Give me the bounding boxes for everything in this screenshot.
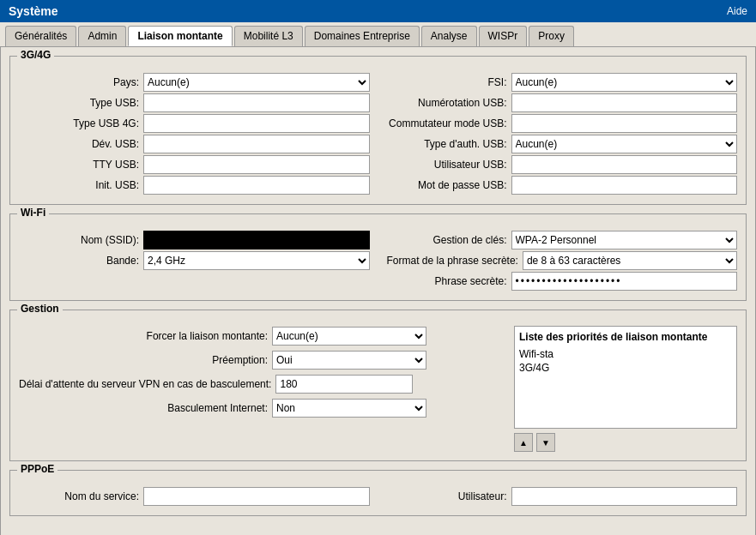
main-content: 3G/4G Pays: Aucun(e) Type USB: Type USB …	[0, 47, 756, 535]
mot-de-passe-input[interactable]	[511, 176, 738, 195]
tab-wispr[interactable]: WISPr	[479, 26, 528, 46]
utilisateur-pppoe-label: Utilisateur:	[387, 490, 507, 502]
priority-up-button[interactable]: ▲	[514, 433, 533, 452]
tab-liaison-montante[interactable]: Liaison montante	[128, 26, 232, 46]
numerotation-input[interactable]	[511, 93, 738, 112]
bande-select[interactable]: 2,4 GHz	[143, 251, 370, 270]
gestion-section: Gestion Forcer la liaison montante: Aucu…	[9, 310, 747, 461]
forcer-row: Forcer la liaison montante: Aucun(e)	[19, 326, 505, 346]
3g4g-title: 3G/4G	[17, 49, 54, 61]
fsi-select[interactable]: Aucun(e)	[511, 73, 738, 92]
preemption-label: Préemption:	[19, 354, 268, 366]
preemption-row: Préemption: Oui	[19, 350, 505, 370]
type-auth-row: Type d'auth. USB: Aucun(e)	[387, 134, 738, 154]
tty-usb-label: TTY USB:	[19, 159, 139, 171]
phrase-secrete-input[interactable]	[511, 272, 738, 291]
init-usb-input[interactable]	[143, 176, 370, 195]
type-usb-4g-label: Type USB 4G:	[19, 117, 139, 129]
pppoe-title: PPPoE	[17, 463, 57, 475]
priority-list-container: Liste des priorités de liaison montante …	[514, 326, 737, 452]
delai-input[interactable]	[275, 375, 413, 394]
utilisateur-pppoe-row: Utilisateur:	[387, 486, 738, 507]
fsi-row: FSI: Aucun(e)	[387, 72, 738, 93]
numerotation-label: Numérotation USB:	[387, 97, 507, 109]
format-phrase-select[interactable]: de 8 à 63 caractères	[523, 251, 737, 270]
tab-generalites[interactable]: Généralités	[5, 26, 76, 46]
dev-usb-row: Dév. USB:	[19, 134, 370, 154]
tab-proxy[interactable]: Proxy	[529, 26, 574, 46]
format-phrase-row: Format de la phrase secrète: de 8 à 63 c…	[387, 250, 738, 271]
tab-domaines-entreprise[interactable]: Domaines Entreprise	[305, 26, 420, 46]
phrase-secrete-label: Phrase secrète:	[387, 275, 507, 287]
mot-de-passe-row: Mot de passe USB:	[387, 175, 738, 195]
priority-item-0[interactable]: Wifi-sta	[519, 347, 732, 361]
wifi-section: Wi-Fi Nom (SSID): Bande: 2,4 GHz Gestion	[9, 213, 747, 301]
tty-usb-row: TTY USB:	[19, 154, 370, 175]
priority-down-button[interactable]: ▼	[536, 433, 555, 452]
init-usb-row: Init. USB:	[19, 175, 370, 195]
preemption-select[interactable]: Oui	[272, 351, 426, 370]
init-usb-label: Init. USB:	[19, 179, 139, 191]
nom-service-input[interactable]	[143, 487, 370, 506]
nom-service-label: Nom du service:	[19, 490, 139, 502]
priority-buttons: ▲ ▼	[514, 433, 737, 452]
type-auth-select[interactable]: Aucun(e)	[511, 135, 738, 153]
priority-item-1[interactable]: 3G/4G	[519, 361, 732, 375]
numerotation-row: Numérotation USB:	[387, 93, 738, 113]
commutateur-row: Commutateur mode USB:	[387, 113, 738, 134]
pays-row: Pays: Aucun(e)	[19, 72, 370, 93]
bande-row: Bande: 2,4 GHz	[19, 250, 370, 271]
basculement-label: Basculement Internet:	[19, 402, 268, 414]
type-usb-row: Type USB:	[19, 93, 370, 113]
type-usb-4g-input[interactable]	[143, 114, 370, 133]
type-usb-4g-row: Type USB 4G:	[19, 113, 370, 134]
basculement-row: Basculement Internet: Non	[19, 398, 505, 418]
pays-label: Pays:	[19, 76, 139, 88]
gestion-cles-select[interactable]: WPA-2 Personnel	[511, 231, 738, 249]
mot-de-passe-label: Mot de passe USB:	[387, 179, 507, 191]
fsi-label: FSI:	[387, 76, 507, 88]
gestion-title: Gestion	[17, 303, 63, 315]
dev-usb-label: Dév. USB:	[19, 138, 139, 150]
type-usb-label: Type USB:	[19, 97, 139, 109]
nom-ssid-label: Nom (SSID):	[19, 234, 139, 246]
nom-ssid-row: Nom (SSID):	[19, 230, 370, 250]
gestion-cles-row: Gestion de clés: WPA-2 Personnel	[387, 230, 738, 250]
delai-row: Délai d'attente du serveur VPN en cas de…	[19, 374, 505, 394]
bande-label: Bande:	[19, 255, 139, 267]
utilisateur-usb-row: Utilisateur USB:	[387, 154, 738, 175]
tab-analyse[interactable]: Analyse	[421, 26, 477, 46]
tab-bar: Généralités Admin Liaison montante Mobil…	[0, 22, 756, 47]
nom-service-row: Nom du service:	[19, 486, 370, 507]
delai-label: Délai d'attente du serveur VPN en cas de…	[19, 378, 271, 390]
phrase-secrete-row: Phrase secrète:	[387, 271, 738, 292]
tab-admin[interactable]: Admin	[78, 26, 126, 46]
title-bar: Système Aide	[0, 0, 756, 22]
gestion-left: Forcer la liaison montante: Aucun(e) Pré…	[19, 326, 505, 452]
utilisateur-usb-input[interactable]	[511, 155, 738, 174]
utilisateur-pppoe-input[interactable]	[511, 487, 738, 506]
basculement-select[interactable]: Non	[272, 399, 426, 418]
3g4g-section: 3G/4G Pays: Aucun(e) Type USB: Type USB …	[9, 56, 747, 205]
priority-list-box: Liste des priorités de liaison montante …	[514, 326, 737, 429]
utilisateur-usb-label: Utilisateur USB:	[387, 159, 507, 171]
priority-list-title: Liste des priorités de liaison montante	[519, 331, 732, 343]
gestion-cles-label: Gestion de clés:	[387, 234, 507, 246]
forcer-select[interactable]: Aucun(e)	[272, 327, 426, 346]
forcer-label: Forcer la liaison montante:	[19, 330, 268, 342]
tty-usb-input[interactable]	[143, 155, 370, 174]
type-usb-input[interactable]	[143, 93, 370, 112]
tab-mobilite-l3[interactable]: Mobilité L3	[234, 26, 303, 46]
app-title: Système	[9, 4, 58, 18]
format-phrase-label: Format de la phrase secrète:	[387, 255, 518, 267]
help-link[interactable]: Aide	[727, 5, 747, 17]
pppoe-section: PPPoE Nom du service: Utilisateur:	[9, 470, 747, 516]
wifi-title: Wi-Fi	[17, 207, 49, 219]
commutateur-label: Commutateur mode USB:	[387, 117, 507, 129]
dev-usb-input[interactable]	[143, 135, 370, 153]
pays-select[interactable]: Aucun(e)	[143, 73, 370, 92]
commutateur-input[interactable]	[511, 114, 738, 133]
nom-ssid-input[interactable]	[143, 231, 370, 249]
type-auth-label: Type d'auth. USB:	[387, 138, 507, 150]
